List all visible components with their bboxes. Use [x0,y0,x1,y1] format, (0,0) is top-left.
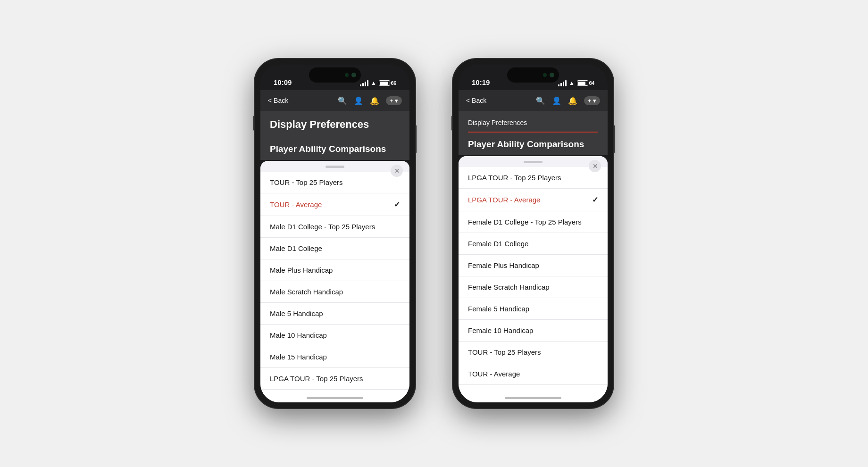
sheet-list-left[interactable]: TOUR - Top 25 Players TOUR - Average ✓ M… [260,172,409,393]
back-label-left: < Back [268,97,288,104]
signal-bar-2 [362,83,364,86]
list-item[interactable]: Female 5 Handicap [459,298,608,320]
list-item[interactable]: Male Scratch Handicap [260,281,409,303]
sensor-icon [351,73,356,77]
list-item[interactable]: TOUR - Average ✓ [260,193,409,216]
wifi-icon-right: ▲ [569,80,575,86]
bell-icon-right[interactable]: 🔔 [568,96,577,105]
item-label: Male 15 Handicap [270,353,327,361]
home-bar-right [505,397,561,399]
page-header-left: Display Preferences [260,111,409,137]
signal-bar-4 [565,80,567,86]
list-item[interactable]: LPGA TOUR - Top 25 Players [459,167,608,189]
signal-bar-1 [558,84,559,86]
list-item[interactable]: Female D1 College [459,233,608,255]
list-item[interactable]: Male 10 Handicap [260,325,409,346]
list-item[interactable]: Female Plus Handicap [459,255,608,276]
list-item[interactable]: Female D1 College - Top 25 Players [459,211,608,233]
list-item[interactable]: Male Plus Handicap [260,259,409,281]
sheet-list-right[interactable]: LPGA TOUR - Top 25 Players LPGA TOUR - A… [459,167,608,393]
item-label: Female Plus Handicap [468,261,539,269]
screen-right: 10:19 ▲ 84 [459,65,608,402]
list-item[interactable]: Male D1 College - Top 25 Players [260,216,409,238]
item-label: TOUR - Average [468,370,520,378]
item-label: Female D1 College - Top 25 Players [468,218,582,226]
close-button-right[interactable]: ✕ [589,160,601,172]
list-item[interactable]: LPGA TOUR - Top 25 Players [260,368,409,390]
search-icon-right[interactable]: 🔍 [536,96,545,105]
dynamic-island-left [309,67,361,83]
screen-left: 10:09 ▲ 86 [260,65,409,402]
comparison-title-right: Player Ability Comparisons [468,139,584,149]
list-item[interactable]: Male 15 Handicap [260,346,409,368]
item-label-selected: TOUR - Average [270,200,322,208]
back-button-left[interactable]: < Back [268,97,288,104]
item-label: Male D1 College - Top 25 Players [270,223,375,231]
plus-button-right[interactable]: + ▾ [584,96,600,105]
home-indicator-right [459,393,608,402]
battery-left: 86 [379,80,396,86]
list-item[interactable]: Female 10 Handicap [459,320,608,342]
list-item[interactable]: TOUR - Top 25 Players [459,342,608,363]
checkmark-icon: ✓ [592,195,598,204]
camera-icon [345,73,349,77]
time-right: 10:19 [472,78,490,86]
page-title-left: Display Preferences [270,118,369,130]
battery-box-left [379,80,390,86]
list-item[interactable]: TOUR - Top 25 Players [260,172,409,193]
back-label-right: < Back [466,97,486,104]
comparison-section-left: Player Ability Comparisons [260,137,409,160]
close-button-left[interactable]: ✕ [391,165,403,177]
signal-bar-1 [360,84,361,86]
item-label: Female Scratch Handicap [468,283,550,291]
list-item[interactable]: TOUR - Average [459,363,608,385]
page-header-right: Display Preferences [459,111,608,133]
battery-label-right: 84 [589,81,594,86]
signal-bar-2 [560,83,562,86]
item-label: LPGA TOUR - Top 25 Players [270,375,363,383]
item-label: Male Plus Handicap [270,266,333,274]
camera-icon-right [543,73,547,77]
home-bar-left [307,397,363,399]
list-item[interactable]: Female Scratch Handicap [459,276,608,298]
phone-right: 10:19 ▲ 84 [453,59,613,408]
home-indicator-left [260,393,409,402]
comparison-title-left: Player Ability Comparisons [270,144,386,154]
battery-label-left: 86 [391,81,396,86]
bottom-sheet-left: ✕ TOUR - Top 25 Players TOUR - Average ✓… [260,161,409,402]
item-label: Female D1 College [468,240,528,248]
phone-left: 10:09 ▲ 86 [255,59,415,408]
signal-left [360,80,368,86]
signal-bar-3 [563,82,564,86]
status-icons-left: ▲ 86 [360,80,396,86]
battery-fill-right [578,82,585,85]
item-label: Male Scratch Handicap [270,288,343,296]
list-item[interactable]: Male 5 Handicap [260,303,409,325]
sheet-handle-area-right: ✕ [459,156,608,167]
item-label: Female 5 Handicap [468,305,529,313]
battery-fill-left [380,82,387,85]
sheet-handle-left [326,166,344,168]
item-label: Male D1 College [270,244,322,252]
search-icon-left[interactable]: 🔍 [338,96,347,105]
time-left: 10:09 [274,78,292,86]
list-item[interactable]: Male D1 College [260,238,409,259]
nav-icons-right: 🔍 👤 🔔 + ▾ [536,96,600,105]
list-item[interactable]: LPGA TOUR - Average ✓ [459,189,608,211]
signal-bar-4 [367,80,368,86]
wifi-icon-left: ▲ [371,80,376,86]
phones-container: 10:09 ▲ 86 [255,59,613,408]
sheet-handle-right [524,161,542,163]
battery-box-right [577,80,588,86]
plus-button-left[interactable]: + ▾ [386,96,402,105]
item-label-selected: LPGA TOUR - Average [468,196,540,204]
item-label: Male 10 Handicap [270,331,327,339]
back-button-right[interactable]: < Back [466,97,486,104]
nav-bar-right: < Back 🔍 👤 🔔 + ▾ [459,90,608,111]
profile-icon-left[interactable]: 👤 [354,96,363,105]
plus-label-right: + ▾ [588,97,596,104]
dynamic-island-right [507,67,559,83]
item-label: Male 5 Handicap [270,309,323,317]
bell-icon-left[interactable]: 🔔 [370,96,379,105]
profile-icon-right[interactable]: 👤 [552,96,561,105]
